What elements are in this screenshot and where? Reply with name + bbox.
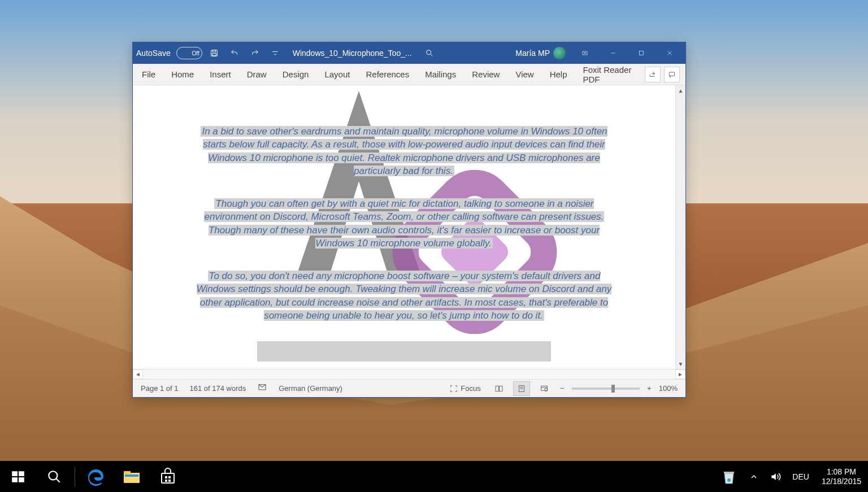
desktop: AutoSave Off Windows_10_Microphone_Too_.…: [0, 0, 868, 492]
vertical-scrollbar[interactable]: ▲ ▼: [675, 85, 685, 369]
qat-customize-button[interactable]: [267, 45, 284, 62]
svg-rect-8: [640, 51, 644, 55]
document-title: Windows_10_Microphone_Too_...: [293, 49, 412, 58]
svg-point-4: [426, 50, 431, 55]
user-name: María MP: [515, 49, 550, 58]
read-mode-button[interactable]: [491, 381, 507, 396]
svg-rect-31: [125, 474, 138, 477]
zoom-out-button[interactable]: −: [558, 384, 566, 393]
svg-rect-25: [12, 477, 18, 482]
horizontal-scrollbar[interactable]: ◄ ►: [133, 369, 685, 379]
svg-rect-32: [162, 473, 174, 483]
close-button[interactable]: [657, 45, 682, 62]
zoom-slider[interactable]: [572, 387, 640, 390]
autosave-toggle[interactable]: Off: [176, 47, 202, 59]
start-button[interactable]: [0, 461, 36, 492]
undo-button[interactable]: [226, 45, 243, 62]
ribbon-display-options-button[interactable]: [572, 45, 597, 62]
svg-line-28: [56, 478, 60, 482]
edge-browser-button[interactable]: [77, 461, 114, 492]
tab-view[interactable]: View: [507, 65, 541, 84]
comments-button[interactable]: [664, 67, 680, 82]
save-button[interactable]: [206, 45, 223, 62]
redo-button[interactable]: [246, 45, 263, 62]
maximize-button[interactable]: [629, 45, 654, 62]
system-tray: DEU 1:08 PM 12/18/2015: [714, 461, 868, 492]
document-body[interactable]: In a bid to save other's eardrums and ma…: [133, 85, 675, 369]
svg-rect-1: [212, 50, 215, 52]
search-button[interactable]: [421, 45, 438, 62]
tab-insert[interactable]: Insert: [202, 65, 239, 84]
taskbar: DEU 1:08 PM 12/18/2015: [0, 461, 868, 492]
status-bar: Page 1 of 1 161 of 174 words German (Ger…: [133, 379, 685, 397]
svg-rect-30: [124, 471, 131, 474]
tab-help[interactable]: Help: [542, 65, 575, 84]
svg-rect-16: [499, 386, 502, 391]
microsoft-store-button[interactable]: [150, 461, 186, 492]
paragraph-2[interactable]: Though you can often get by with a quiet…: [204, 198, 604, 249]
word-window: AutoSave Off Windows_10_Microphone_Too_.…: [132, 42, 686, 398]
focus-label: Focus: [461, 384, 480, 393]
paragraph-1[interactable]: In a bid to save other's eardrums and ma…: [201, 126, 607, 176]
tab-home[interactable]: Home: [163, 65, 202, 84]
svg-point-27: [49, 471, 57, 480]
svg-rect-15: [496, 386, 498, 391]
web-layout-button[interactable]: [536, 381, 553, 396]
user-avatar: [553, 47, 566, 59]
document-viewport[interactable]: In a bid to save other's eardrums and ma…: [133, 85, 675, 369]
document-area: In a bid to save other's eardrums and ma…: [133, 85, 685, 369]
selection-trailing: [257, 341, 551, 362]
svg-rect-33: [165, 476, 167, 478]
hscroll-track[interactable]: [143, 369, 675, 379]
svg-rect-37: [724, 472, 734, 473]
word-count[interactable]: 161 of 174 words: [190, 384, 246, 393]
paragraph-3[interactable]: To do so, you don't need any microphone …: [197, 271, 612, 321]
minimize-button[interactable]: [601, 45, 626, 62]
zoom-level[interactable]: 100%: [659, 384, 678, 393]
svg-line-5: [430, 54, 432, 56]
scroll-down-icon[interactable]: ▼: [676, 359, 685, 369]
spellcheck-icon[interactable]: [257, 383, 267, 394]
ribbon-tabs: File Home Insert Draw Design Layout Refe…: [133, 64, 685, 85]
svg-rect-2: [212, 54, 216, 56]
svg-rect-24: [19, 471, 24, 476]
svg-rect-35: [165, 480, 167, 482]
tray-overflow-button[interactable]: [744, 461, 764, 492]
tab-file[interactable]: File: [138, 65, 163, 84]
svg-rect-26: [19, 477, 24, 482]
tab-review[interactable]: Review: [464, 65, 507, 84]
print-layout-button[interactable]: [513, 381, 530, 396]
tab-layout[interactable]: Layout: [316, 65, 358, 84]
tab-mailings[interactable]: Mailings: [417, 65, 464, 84]
file-explorer-button[interactable]: [114, 461, 150, 492]
language-indicator[interactable]: German (Germany): [279, 384, 342, 393]
focus-mode-button[interactable]: Focus: [445, 381, 484, 396]
tab-draw[interactable]: Draw: [239, 65, 275, 84]
page-indicator[interactable]: Page 1 of 1: [141, 384, 179, 393]
user-account[interactable]: María MP: [515, 47, 566, 59]
recycle-bin-icon[interactable]: [714, 461, 744, 492]
svg-rect-34: [168, 476, 171, 478]
tab-references[interactable]: References: [358, 65, 417, 84]
clock-time: 1:08 PM: [827, 467, 856, 476]
volume-icon[interactable]: [764, 461, 787, 492]
clock-date: 12/18/2015: [822, 477, 861, 486]
tab-foxit-reader-pdf[interactable]: Foxit Reader PDF: [575, 60, 645, 89]
zoom-in-button[interactable]: +: [645, 384, 653, 393]
scroll-right-icon[interactable]: ►: [675, 369, 685, 379]
scroll-up-icon[interactable]: ▲: [676, 85, 685, 95]
ime-indicator[interactable]: DEU: [787, 461, 815, 492]
share-button[interactable]: [645, 67, 661, 82]
tab-design[interactable]: Design: [275, 65, 317, 84]
search-taskbar-button[interactable]: [36, 461, 72, 492]
svg-rect-23: [12, 471, 18, 476]
clock[interactable]: 1:08 PM 12/18/2015: [815, 461, 868, 492]
svg-rect-11: [669, 72, 674, 75]
taskbar-separator: [75, 467, 75, 487]
scroll-left-icon[interactable]: ◄: [133, 369, 143, 379]
autosave-label: AutoSave: [136, 49, 171, 58]
autosave-state: Off: [192, 50, 199, 56]
zoom-slider-thumb[interactable]: [611, 385, 615, 393]
svg-rect-36: [168, 480, 171, 482]
